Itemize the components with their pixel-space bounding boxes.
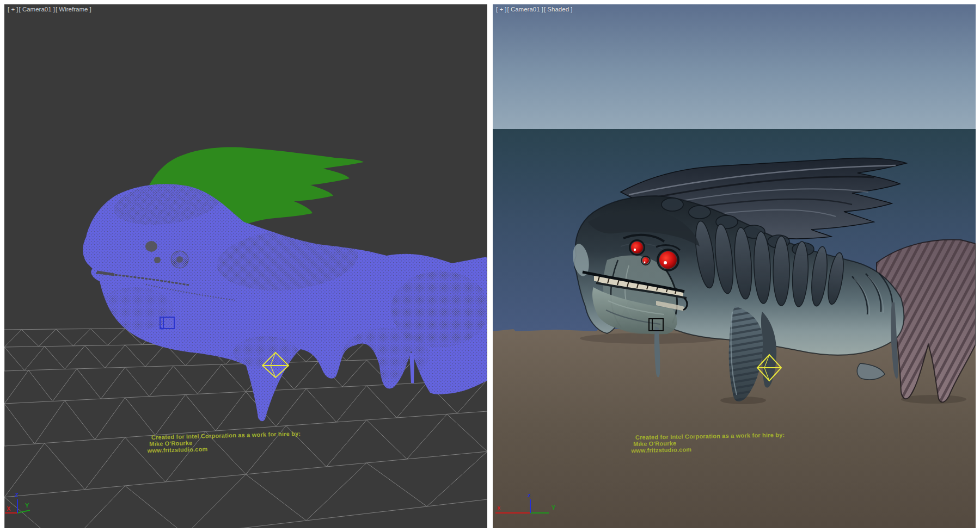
viewport-menu-camera[interactable]: [ Camera01 ] xyxy=(19,6,55,13)
shaded-scene: Created for Intel Corporation as a work … xyxy=(493,4,976,528)
axis-y-label: Y xyxy=(25,502,29,509)
viewport-menu-shading[interactable]: [ Wireframe ] xyxy=(56,6,91,13)
viewport-menu-shading[interactable]: [ Shaded ] xyxy=(544,6,572,13)
sky xyxy=(493,4,976,129)
viewport-wireframe[interactable]: [ + ][ Camera01 ][ Wireframe ] xyxy=(4,4,487,528)
viewport-menu-plus[interactable]: [ + ] xyxy=(8,6,19,13)
axis-z-label: Z xyxy=(15,492,19,498)
eye-large xyxy=(659,251,677,269)
viewport-label-bar: [ + ][ Camera01 ][ Wireframe ] xyxy=(8,5,92,13)
axis-x-label: x xyxy=(497,504,501,511)
viewport-shaded[interactable]: [ + ][ Camera01 ][ Shaded ] xyxy=(493,4,976,528)
viewport-menu-plus[interactable]: [ + ] xyxy=(496,6,507,13)
viewport-menu-camera[interactable]: [ Camera01 ] xyxy=(507,6,543,13)
svg-text:www.fritzstudio.com: www.fritzstudio.com xyxy=(630,446,691,454)
wireframe-scene: Created for Intel Corporation as a work … xyxy=(4,4,487,528)
axis-z-label: z xyxy=(528,492,531,498)
viewport-label-bar: [ + ][ Camera01 ][ Shaded ] xyxy=(496,5,573,13)
axis-x-label: X xyxy=(7,505,11,512)
axis-y-label: Y xyxy=(552,504,556,511)
eye-small xyxy=(642,257,649,264)
eye-medium xyxy=(631,242,643,253)
